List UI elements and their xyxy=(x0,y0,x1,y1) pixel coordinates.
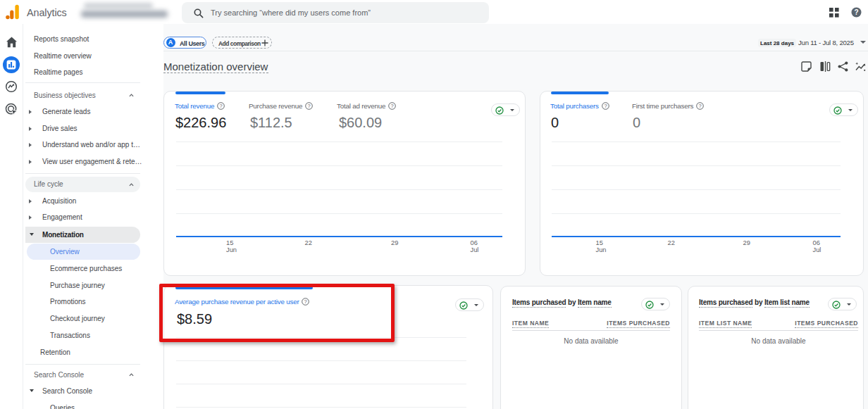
svg-text:?: ? xyxy=(699,103,702,109)
svg-text:?: ? xyxy=(854,8,858,16)
svg-text:?: ? xyxy=(220,103,223,109)
svg-text:?: ? xyxy=(604,103,607,109)
svg-text:?: ? xyxy=(308,103,311,109)
svg-text:?: ? xyxy=(391,103,394,109)
